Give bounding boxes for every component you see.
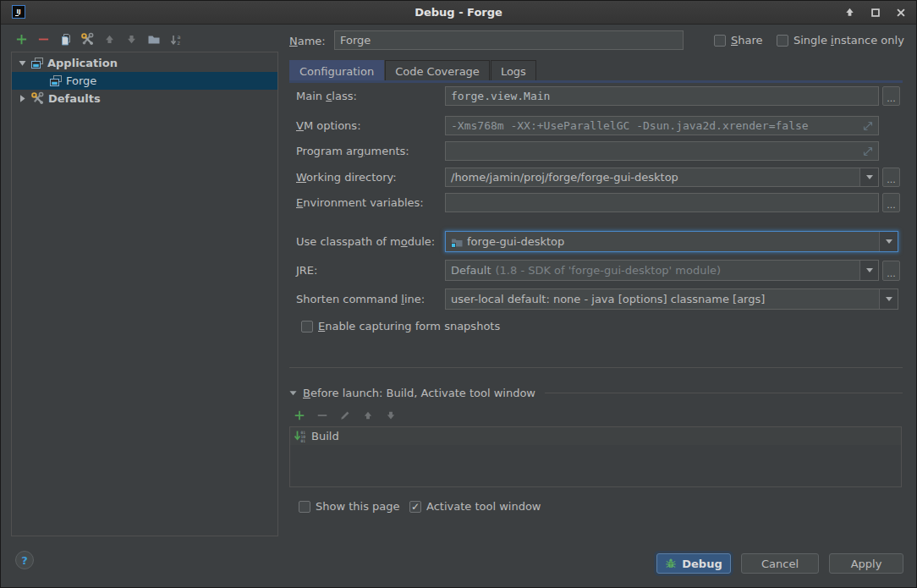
maximize-icon bbox=[870, 7, 881, 19]
classpath-module-combobox[interactable]: forge-gui-desktop bbox=[445, 231, 898, 252]
form-snapshots-checkbox-row: Enable capturing form snapshots bbox=[301, 320, 500, 332]
chevron-expanded-icon[interactable] bbox=[17, 58, 27, 68]
tab-bar: Configuration Code Coverage Logs bbox=[289, 60, 537, 81]
environment-variables-browse-button[interactable]: ... bbox=[882, 193, 900, 212]
tree-item-label: Forge bbox=[66, 74, 96, 87]
main-class-browse-button[interactable]: ... bbox=[882, 86, 900, 106]
single-instance-checkbox-row: Single instance only bbox=[777, 34, 904, 47]
sort-configurations-button[interactable]: a z bbox=[168, 32, 183, 47]
cancel-button[interactable]: Cancel bbox=[741, 553, 819, 574]
jre-value-detail: (1.8 - SDK of 'forge-gui-desktop' module… bbox=[496, 264, 722, 277]
svg-text:01: 01 bbox=[301, 439, 306, 443]
name-label: Name: bbox=[289, 35, 326, 49]
before-launch-add-button[interactable] bbox=[292, 408, 306, 422]
working-directory-dropdown-button[interactable] bbox=[859, 168, 878, 186]
classpath-module-value: forge-gui-desktop bbox=[467, 235, 564, 248]
form-snapshots-label: Enable capturing form snapshots bbox=[318, 320, 500, 332]
help-button[interactable]: ? bbox=[15, 551, 34, 569]
svg-text:z: z bbox=[177, 40, 180, 47]
classpath-module-dropdown-button[interactable] bbox=[879, 232, 898, 251]
environment-variables-input[interactable] bbox=[445, 193, 879, 212]
before-launch-list: 01 10 01 Build bbox=[289, 426, 902, 487]
tree-item-defaults[interactable]: Defaults bbox=[12, 90, 277, 107]
edit-defaults-button[interactable] bbox=[80, 32, 95, 47]
move-up-button[interactable] bbox=[102, 32, 117, 47]
working-directory-label: Working directory: bbox=[296, 171, 397, 185]
maximize-button[interactable] bbox=[868, 5, 882, 19]
classpath-module-label: Use classpath of module: bbox=[296, 235, 435, 250]
sort-alphabetically-icon: a z bbox=[169, 33, 183, 47]
single-instance-checkbox[interactable] bbox=[777, 35, 788, 47]
form-snapshots-checkbox[interactable] bbox=[301, 321, 313, 332]
share-checkbox[interactable] bbox=[714, 35, 726, 47]
activate-tool-window-checkbox[interactable]: ✓ bbox=[409, 501, 421, 513]
module-icon bbox=[451, 236, 463, 248]
settings-icon bbox=[30, 91, 45, 106]
arrow-down-icon bbox=[385, 409, 397, 421]
tab-code-coverage[interactable]: Code Coverage bbox=[385, 60, 490, 81]
arrow-up-icon bbox=[843, 6, 856, 19]
apply-button[interactable]: Apply bbox=[829, 553, 903, 574]
before-launch-edit-button[interactable] bbox=[338, 408, 352, 422]
close-button[interactable] bbox=[893, 5, 908, 19]
share-checkbox-row: Share bbox=[714, 34, 763, 47]
main-class-label: Main class: bbox=[296, 90, 357, 104]
chevron-down-icon bbox=[866, 175, 873, 179]
vm-options-input[interactable] bbox=[445, 116, 879, 135]
tree-item-application[interactable]: Application bbox=[12, 54, 277, 72]
expand-field-icon[interactable] bbox=[861, 119, 875, 133]
working-directory-browse-button[interactable]: ... bbox=[882, 168, 900, 187]
copy-configuration-button[interactable] bbox=[58, 32, 73, 47]
chevron-down-icon bbox=[886, 239, 892, 244]
debug-button-label: Debug bbox=[682, 558, 722, 570]
before-launch-header[interactable]: Before launch: Build, Activate tool wind… bbox=[289, 387, 903, 399]
shorten-command-line-dropdown-button[interactable] bbox=[879, 289, 898, 309]
before-launch-move-up-button[interactable] bbox=[360, 408, 375, 422]
debug-configuration-dialog: IJ Debug - Forge bbox=[0, 0, 917, 588]
remove-configuration-button[interactable] bbox=[36, 32, 51, 47]
main-class-input[interactable] bbox=[445, 86, 879, 106]
create-folder-button[interactable] bbox=[146, 32, 161, 47]
cancel-button-label: Cancel bbox=[761, 558, 799, 570]
arrow-up-icon bbox=[362, 409, 374, 421]
shorten-command-line-label: Shorten command line: bbox=[296, 293, 425, 307]
tab-configuration[interactable]: Configuration bbox=[289, 60, 384, 81]
before-launch-toolbar bbox=[292, 408, 398, 422]
show-this-page-checkbox[interactable] bbox=[299, 501, 310, 513]
jre-browse-button[interactable]: ... bbox=[882, 261, 900, 281]
tree-item-label: Defaults bbox=[48, 92, 101, 105]
remove-icon bbox=[316, 409, 328, 421]
rollup-button[interactable] bbox=[843, 5, 857, 19]
move-down-button[interactable] bbox=[124, 32, 139, 47]
add-icon bbox=[294, 409, 305, 421]
titlebar[interactable]: IJ Debug - Forge bbox=[1, 1, 916, 25]
tree-item-label: Application bbox=[47, 57, 118, 69]
before-launch-item-build[interactable]: 01 10 01 Build bbox=[290, 427, 901, 445]
program-arguments-input[interactable] bbox=[445, 141, 879, 161]
expand-field-icon[interactable] bbox=[861, 145, 875, 158]
shorten-command-line-combobox[interactable]: user-local default: none - java [options… bbox=[445, 289, 898, 310]
share-label: Share bbox=[731, 34, 763, 47]
chevron-collapsed-icon[interactable] bbox=[17, 94, 27, 103]
tree-item-forge[interactable]: Forge bbox=[12, 72, 277, 90]
tab-logs[interactable]: Logs bbox=[491, 60, 536, 81]
copy-icon bbox=[59, 33, 73, 47]
jre-combobox[interactable]: Default (1.8 - SDK of 'forge-gui-desktop… bbox=[445, 260, 879, 281]
jre-label: JRE: bbox=[296, 264, 317, 278]
working-directory-combobox[interactable]: /home/jamin/proj/forge/forge-gui-desktop bbox=[445, 168, 879, 187]
jre-dropdown-button[interactable] bbox=[859, 261, 878, 280]
window-title: Debug - Forge bbox=[1, 1, 916, 24]
question-mark-icon: ? bbox=[21, 554, 28, 567]
folder-icon bbox=[147, 33, 161, 47]
application-icon bbox=[49, 74, 63, 88]
show-this-page-label: Show this page bbox=[316, 500, 400, 513]
before-launch-move-down-button[interactable] bbox=[383, 408, 398, 422]
configurations-tree: Application Forge Defaults bbox=[11, 52, 278, 536]
check-icon: ✓ bbox=[411, 502, 420, 512]
before-launch-title: Before launch: Build, Activate tool wind… bbox=[303, 387, 535, 399]
name-input[interactable] bbox=[334, 30, 684, 50]
section-separator bbox=[289, 367, 903, 368]
debug-button[interactable]: Debug bbox=[656, 553, 731, 574]
before-launch-remove-button[interactable] bbox=[315, 408, 329, 422]
add-configuration-button[interactable] bbox=[14, 32, 29, 47]
